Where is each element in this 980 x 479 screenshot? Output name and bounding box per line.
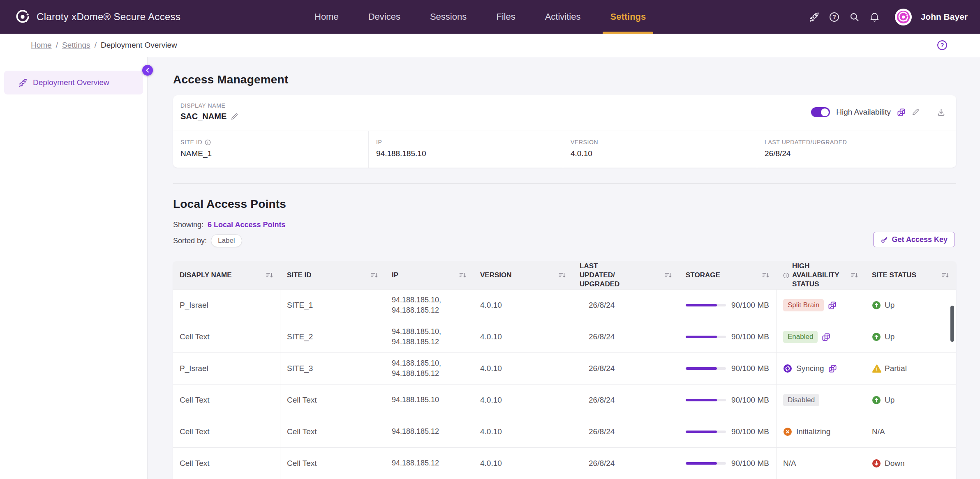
cell-ha-status: Initializing (777, 416, 865, 447)
site-status-up-icon (872, 332, 881, 341)
edit-display-name-icon[interactable] (231, 113, 238, 120)
svg-text:?: ? (941, 42, 944, 48)
cell-version: 4.0.10 (474, 353, 573, 384)
column-header-version: VERSION (474, 261, 573, 289)
showing-count-link[interactable]: 6 Local Access Points (208, 221, 285, 229)
notifications-bell-icon[interactable] (869, 12, 880, 23)
site-status-partial-icon (872, 364, 881, 373)
ha-windows-link-icon[interactable] (828, 301, 837, 310)
table-row[interactable]: Cell TextCell Text94.188.185.124.0.1026/… (173, 416, 956, 447)
cell-ip: 94.188.185.12 (385, 416, 474, 447)
info-icon[interactable] (205, 139, 211, 145)
page-help-icon[interactable]: ? (936, 39, 948, 51)
filter-sort-icon[interactable] (266, 272, 273, 279)
cell-last-updated: 26/8/24 (573, 416, 679, 447)
help-icon[interactable]: ? (829, 12, 840, 23)
controls-divider (928, 106, 928, 118)
get-access-key-button[interactable]: Get Access Key (873, 232, 955, 247)
sort-chip-label[interactable]: Label (211, 234, 242, 247)
breadcrumb-separator: / (56, 41, 58, 50)
ha-windows-link-icon[interactable] (822, 333, 830, 341)
nav-item-home[interactable]: Home (311, 0, 342, 34)
sidebar-item-deployment-overview[interactable]: Deployment Overview (4, 71, 143, 94)
storage-progress-bar (686, 336, 726, 338)
cell-last-updated: 26/8/24 (573, 448, 679, 479)
site-status-label: Up (885, 332, 894, 341)
table-row[interactable]: Cell TextSITE_294.188.185.10,94.188.185.… (173, 321, 956, 352)
ha-status-badge: Enabled (783, 331, 818, 343)
user-name: John Bayer (921, 12, 968, 22)
nav-item-activities[interactable]: Activities (542, 0, 584, 34)
info-icon[interactable] (783, 272, 789, 279)
filter-sort-icon[interactable] (371, 272, 378, 279)
ha-status-initializing-icon (783, 427, 792, 436)
nav-item-files[interactable]: Files (493, 0, 518, 34)
cell-site-status: N/A (865, 416, 956, 447)
filter-sort-icon[interactable] (559, 272, 566, 279)
cell-site-id: Cell Text (280, 416, 385, 447)
cell-last-updated: 26/8/24 (573, 321, 679, 352)
filter-sort-icon[interactable] (762, 272, 769, 279)
nav-item-settings[interactable]: Settings (607, 0, 649, 34)
ha-status-label: N/A (783, 459, 796, 468)
breadcrumb-settings[interactable]: Settings (62, 41, 90, 50)
site-status-label: Partial (885, 364, 907, 373)
cell-site-id: Cell Text (280, 448, 385, 479)
cell-ip: 94.188.185.10,94.188.185.12 (385, 353, 474, 384)
filter-sort-icon[interactable] (665, 272, 672, 279)
local-access-points-table: DISAPLY NAME SITE ID IP VERSION LAST UPD… (173, 261, 956, 479)
storage-progress-bar (686, 462, 726, 465)
field-version: VERSION 4.0.10 (563, 131, 757, 168)
edit-high-availability-icon[interactable] (912, 108, 919, 116)
cell-site-id: SITE_2 (280, 321, 385, 352)
filter-sort-icon[interactable] (942, 272, 949, 279)
download-icon[interactable] (937, 108, 945, 117)
table-row[interactable]: Cell TextCell Text94.188.185.124.0.1026/… (173, 447, 956, 479)
site-status-label: N/A (872, 427, 885, 436)
cell-version: 4.0.10 (474, 416, 573, 447)
breadcrumb-bar: Home / Settings / Deployment Overview ? (0, 34, 980, 57)
cell-storage: 90/100 MB (679, 353, 777, 384)
column-header-ha-status: HIGH AVAILABILITY STATUS (777, 261, 865, 289)
storage-progress-bar (686, 367, 726, 370)
high-availability-toggle[interactable] (811, 107, 830, 117)
breadcrumb-home[interactable]: Home (31, 41, 52, 50)
table-row[interactable]: P_IsraelSITE_394.188.185.10,94.188.185.1… (173, 352, 956, 384)
table-row[interactable]: Cell TextCell Text94.188.185.104.0.1026/… (173, 384, 956, 416)
nav-item-devices[interactable]: Devices (365, 0, 404, 34)
site-status-down-icon (872, 459, 881, 468)
vertical-scrollbar-thumb[interactable] (950, 306, 954, 342)
cell-version: 4.0.10 (474, 385, 573, 416)
ha-status-badge: Split Brain (783, 299, 824, 311)
site-id-label: SITE ID (180, 139, 202, 145)
column-header-display-name: DISAPLY NAME (173, 261, 280, 289)
quick-launch-rocket-icon[interactable] (809, 12, 820, 23)
cell-display-name: P_Israel (173, 353, 280, 384)
high-availability-windows-icon[interactable] (897, 108, 906, 117)
table-header-row: DISAPLY NAME SITE ID IP VERSION LAST UPD… (173, 261, 956, 289)
search-icon[interactable] (849, 12, 860, 23)
field-site-id: SITE ID NAME_1 (173, 131, 368, 168)
breadcrumb-current: Deployment Overview (101, 41, 177, 50)
storage-value: 90/100 MB (731, 459, 769, 468)
key-icon (881, 236, 888, 244)
site-id-value: NAME_1 (180, 149, 368, 158)
cell-display-name: Cell Text (173, 448, 280, 479)
cell-version: 4.0.10 (474, 290, 573, 321)
table-row[interactable]: P_IsraelSITE_194.188.185.10,94.188.185.1… (173, 289, 956, 321)
ha-windows-link-icon[interactable] (828, 364, 837, 373)
last-updated-label: LAST UPDATED/UPGRADED (765, 139, 847, 145)
cell-site-id: SITE_1 (280, 290, 385, 321)
ha-status-label: Initializing (796, 427, 830, 436)
svg-text:?: ? (832, 14, 836, 20)
nav-item-sessions[interactable]: Sessions (427, 0, 470, 34)
filter-sort-icon[interactable] (851, 272, 858, 279)
filter-sort-icon[interactable] (459, 272, 466, 279)
section-divider (173, 183, 956, 184)
cell-ha-status: N/A (777, 448, 865, 479)
cell-display-name: Cell Text (173, 385, 280, 416)
user-avatar[interactable] (895, 9, 912, 25)
version-value: 4.0.10 (571, 149, 757, 158)
breadcrumb-separator: / (95, 41, 97, 50)
sidebar-collapse-button[interactable] (142, 65, 153, 76)
